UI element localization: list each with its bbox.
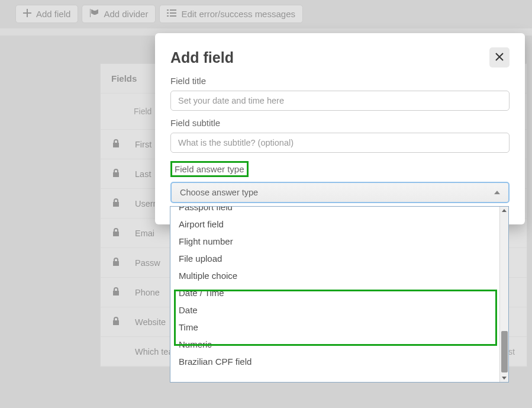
answer-type-select[interactable]: Choose answer type bbox=[170, 182, 510, 203]
list-item[interactable]: Date bbox=[170, 301, 499, 319]
list-item[interactable]: Numeric bbox=[170, 336, 499, 353]
modal-title: Add field bbox=[170, 49, 234, 66]
list-item[interactable]: Flight number bbox=[170, 233, 499, 250]
highlight-answer-type-label: Field answer type bbox=[170, 161, 249, 177]
field-subtitle-label: Field subtitle bbox=[170, 118, 510, 128]
close-button[interactable] bbox=[489, 47, 510, 68]
answer-type-listbox: Passport field Airport field Flight numb… bbox=[170, 206, 509, 383]
field-title-input[interactable] bbox=[170, 91, 510, 111]
add-field-modal: Add field Field title Field subtitle Fie… bbox=[155, 33, 525, 224]
field-subtitle-input[interactable] bbox=[170, 133, 510, 153]
scrollbar-thumb[interactable] bbox=[501, 331, 508, 372]
list-item[interactable]: Multiple choice bbox=[170, 267, 499, 284]
list-item[interactable]: Brazilian CPF field bbox=[170, 353, 499, 370]
scroll-down-icon[interactable] bbox=[502, 377, 507, 380]
caret-up-icon bbox=[494, 191, 500, 194]
scroll-up-icon[interactable] bbox=[502, 209, 507, 212]
list-item[interactable]: Time bbox=[170, 319, 499, 336]
field-answer-type-label: Field answer type bbox=[175, 164, 244, 174]
select-placeholder: Choose answer type bbox=[180, 188, 258, 197]
close-icon bbox=[495, 52, 504, 63]
list-item[interactable]: Date / Time bbox=[170, 284, 499, 301]
list-item[interactable]: Passport field bbox=[170, 207, 499, 216]
field-title-label: Field title bbox=[170, 76, 510, 86]
list-item[interactable]: Airport field bbox=[170, 216, 499, 233]
list-item[interactable]: File upload bbox=[170, 250, 499, 267]
scrollbar[interactable] bbox=[499, 207, 508, 382]
